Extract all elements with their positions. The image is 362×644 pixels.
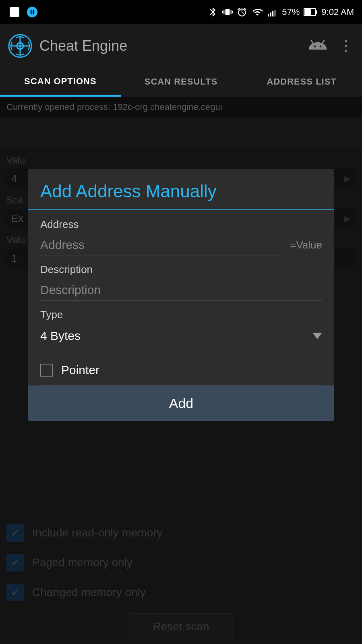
alarm-icon — [237, 7, 247, 17]
tab-address-list[interactable]: ADDRESS LIST — [241, 68, 362, 97]
add-button[interactable]: Add — [28, 385, 334, 421]
tab-scan-options[interactable]: SCAN OPTIONS — [0, 68, 121, 97]
address-field-group: Address =Value — [40, 218, 322, 255]
pointer-checkbox[interactable] — [40, 364, 53, 377]
svg-rect-3 — [275, 10, 276, 17]
status-bar-right-icons: 57% 9:02 AM — [208, 7, 354, 17]
svg-rect-2 — [272, 11, 273, 17]
tabs-bar: SCAN OPTIONS SCAN RESULTS ADDRESS LIST — [0, 68, 362, 97]
dialog-body: Address =Value Description Type 4 Bytes — [28, 210, 334, 385]
wifi-icon — [251, 7, 263, 17]
add-address-dialog: Add Address Manually Address =Value Desc… — [28, 169, 334, 421]
address-label: Address — [40, 218, 322, 231]
type-field-group: Type 4 Bytes — [40, 309, 322, 347]
more-options-icon[interactable]: ⋮ — [339, 37, 354, 54]
photo-icon — [8, 6, 21, 19]
type-dropdown[interactable]: 4 Bytes — [40, 325, 322, 347]
tab-scan-results[interactable]: SCAN RESULTS — [121, 68, 242, 97]
android-icon[interactable] — [306, 35, 329, 57]
dropdown-arrow-icon — [312, 333, 322, 339]
type-label: Type — [40, 309, 322, 321]
ce-app-icon — [26, 6, 39, 19]
dialog-title-bar: Add Address Manually — [28, 169, 334, 210]
svg-rect-5 — [316, 10, 317, 14]
description-input[interactable] — [40, 280, 322, 300]
type-value: 4 Bytes — [40, 329, 81, 343]
app-bar-right: ⋮ — [306, 35, 354, 57]
pointer-row: Pointer — [40, 355, 322, 385]
status-bar: 57% 9:02 AM — [0, 0, 362, 24]
svg-rect-0 — [268, 14, 269, 17]
battery-icon — [304, 8, 317, 17]
svg-rect-6 — [304, 9, 311, 15]
clock-time: 9:02 AM — [321, 7, 354, 17]
value-equals-label: =Value — [290, 239, 322, 251]
battery-percent: 57% — [282, 7, 300, 17]
description-label: Description — [40, 263, 322, 276]
app-bar: Cheat Engine ⋮ — [0, 24, 362, 68]
dialog-title: Add Address Manually — [40, 181, 322, 201]
status-bar-left-icons — [8, 6, 39, 19]
app-logo-icon — [8, 34, 32, 58]
address-input-row: =Value — [40, 235, 322, 255]
main-content: Currently opened process: 192c-org.cheat… — [0, 97, 362, 644]
vibrate-icon — [222, 7, 233, 17]
bluetooth-icon — [208, 7, 218, 17]
svg-rect-1 — [270, 12, 271, 17]
signal-icon — [267, 7, 278, 17]
address-input[interactable] — [40, 235, 285, 255]
app-title: Cheat Engine — [39, 37, 127, 54]
pointer-label: Pointer — [61, 363, 99, 377]
app-bar-left: Cheat Engine — [8, 34, 127, 58]
description-field-group: Description — [40, 263, 322, 300]
